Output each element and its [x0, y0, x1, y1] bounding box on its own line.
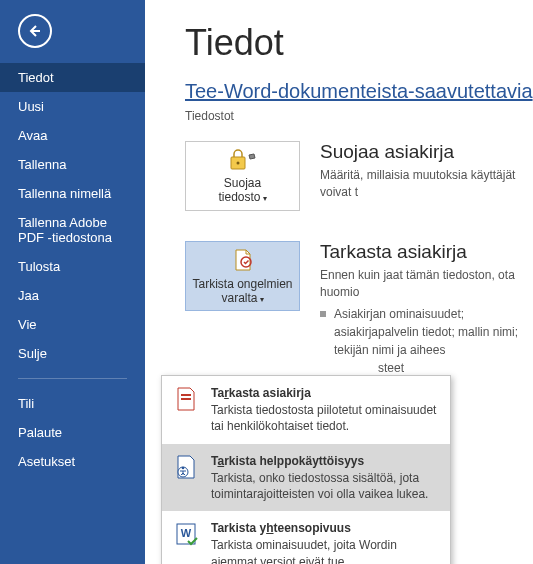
document-title-link[interactable]: Tee-Word-dokumenteista-saavutettavia — [185, 80, 533, 102]
check-for-issues-button[interactable]: Tarkista ongelmien varalta▾ — [185, 241, 300, 311]
nav-item-asetukset[interactable]: Asetukset — [0, 447, 145, 476]
dropdown-item-desc: Tarkista tiedostosta piilotetut ominaisu… — [211, 402, 438, 434]
nav-item-tallenna-nimella[interactable]: Tallenna nimellä — [0, 179, 145, 208]
arrow-left-icon — [27, 23, 43, 39]
svg-text:W: W — [181, 527, 192, 539]
nav-item-vie[interactable]: Vie — [0, 310, 145, 339]
nav-item-avaa[interactable]: Avaa — [0, 121, 145, 150]
document-check-icon — [231, 248, 255, 275]
check-issues-dropdown: Tarkasta asiakirja Tarkista tiedostosta … — [161, 375, 451, 564]
lock-icon — [229, 149, 257, 174]
nav-list: Tiedot Uusi Avaa Tallenna Tallenna nimel… — [0, 63, 145, 476]
dropdown-item-title: Tarkista yhteensopivuus — [211, 520, 438, 536]
inspect-heading: Tarkasta asiakirja — [320, 241, 533, 263]
protect-heading: Suojaa asiakirja — [320, 141, 533, 163]
inspect-button-label: Tarkista ongelmien varalta▾ — [192, 277, 292, 305]
nav-item-tallenna-pdf[interactable]: Tallenna Adobe PDF -tiedostona — [0, 208, 145, 252]
document-search-icon — [174, 385, 200, 413]
dropdown-item-check-accessibility[interactable]: Tarkista helppokäyttöisyys Tarkista, onk… — [162, 444, 450, 512]
svg-point-2 — [236, 161, 239, 164]
inspect-description: Ennen kuin jaat tämän tiedoston, ota huo… — [320, 267, 533, 301]
sidebar: Tiedot Uusi Avaa Tallenna Tallenna nimel… — [0, 0, 145, 564]
divider — [18, 378, 127, 379]
protect-description: Määritä, millaisia muutoksia käyttäjät v… — [320, 167, 533, 201]
dropdown-item-title: Tarkasta asiakirja — [211, 385, 438, 401]
svg-rect-4 — [181, 394, 191, 396]
nav-item-tulosta[interactable]: Tulosta — [0, 252, 145, 281]
dropdown-item-desc: Tarkista, onko tiedostossa sisältöä, jot… — [211, 470, 438, 502]
back-button[interactable] — [18, 14, 52, 48]
nav-item-uusi[interactable]: Uusi — [0, 92, 145, 121]
nav-item-jaa[interactable]: Jaa — [0, 281, 145, 310]
bullet-icon — [320, 311, 326, 317]
dropdown-item-check-compatibility[interactable]: W Tarkista yhteensopivuus Tarkista omina… — [162, 511, 450, 564]
chevron-down-icon: ▾ — [260, 295, 264, 304]
nav-item-tiedot[interactable]: Tiedot — [0, 63, 145, 92]
protect-document-button[interactable]: Suojaa tiedosto▾ — [185, 141, 300, 211]
protect-button-label: Suojaa tiedosto▾ — [218, 176, 266, 204]
protect-section: Suojaa tiedosto▾ Suojaa asiakirja Määrit… — [185, 141, 533, 211]
list-item: Asiakirjan ominaisuudet; asiakirjapalvel… — [320, 305, 533, 359]
svg-rect-5 — [181, 398, 191, 400]
dropdown-item-desc: Tarkista ominaisuudet, joita Wordin aiem… — [211, 537, 438, 564]
nav-item-tallenna[interactable]: Tallenna — [0, 150, 145, 179]
word-compatibility-icon: W — [174, 520, 200, 548]
dropdown-item-title: Tarkista helppokäyttöisyys — [211, 453, 438, 469]
nav-item-palaute[interactable]: Palaute — [0, 418, 145, 447]
page-title: Tiedot — [185, 22, 533, 64]
document-path: Tiedostot — [185, 109, 533, 123]
nav-item-tili[interactable]: Tili — [0, 389, 145, 418]
list-item: steet — [370, 359, 533, 377]
nav-item-sulje[interactable]: Sulje — [0, 339, 145, 368]
chevron-down-icon: ▾ — [263, 194, 267, 203]
svg-point-7 — [182, 466, 185, 469]
dropdown-item-inspect-document[interactable]: Tarkasta asiakirja Tarkista tiedostosta … — [162, 376, 450, 444]
accessibility-check-icon — [174, 453, 200, 481]
